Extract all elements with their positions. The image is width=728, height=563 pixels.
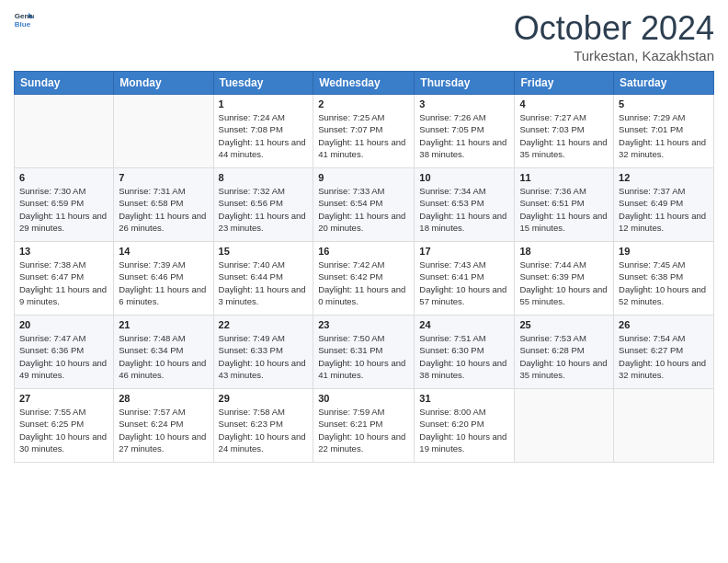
day-number: 18 <box>519 246 609 257</box>
svg-text:General: General <box>15 12 34 20</box>
day-info: Sunrise: 7:30 AM Sunset: 6:59 PM Dayligh… <box>19 185 108 234</box>
table-row: 27Sunrise: 7:55 AM Sunset: 6:25 PM Dayli… <box>15 389 114 463</box>
table-row: 11Sunrise: 7:36 AM Sunset: 6:51 PM Dayli… <box>515 168 614 242</box>
table-row: 13Sunrise: 7:38 AM Sunset: 6:47 PM Dayli… <box>15 242 114 316</box>
day-number: 2 <box>318 98 409 109</box>
table-row: 14Sunrise: 7:39 AM Sunset: 6:46 PM Dayli… <box>114 242 213 316</box>
table-row: 29Sunrise: 7:58 AM Sunset: 6:23 PM Dayli… <box>213 389 313 463</box>
day-number: 7 <box>119 172 208 183</box>
calendar-header-row: Sunday Monday Tuesday Wednesday Thursday… <box>15 72 714 95</box>
table-row: 5Sunrise: 7:29 AM Sunset: 7:01 PM Daylig… <box>614 95 714 168</box>
day-number: 23 <box>318 319 409 330</box>
col-saturday: Saturday <box>614 72 714 95</box>
calendar-table: Sunday Monday Tuesday Wednesday Thursday… <box>14 71 714 463</box>
table-row: 4Sunrise: 7:27 AM Sunset: 7:03 PM Daylig… <box>515 95 614 168</box>
table-row: 23Sunrise: 7:50 AM Sunset: 6:31 PM Dayli… <box>313 316 415 389</box>
day-number: 28 <box>119 393 208 404</box>
day-info: Sunrise: 7:49 AM Sunset: 6:33 PM Dayligh… <box>219 332 309 381</box>
day-number: 4 <box>519 98 609 109</box>
table-row: 16Sunrise: 7:42 AM Sunset: 6:42 PM Dayli… <box>313 242 415 316</box>
day-info: Sunrise: 8:00 AM Sunset: 6:20 PM Dayligh… <box>419 406 509 454</box>
day-number: 12 <box>619 172 709 183</box>
day-info: Sunrise: 7:44 AM Sunset: 6:39 PM Dayligh… <box>519 259 609 307</box>
table-row: 19Sunrise: 7:45 AM Sunset: 6:38 PM Dayli… <box>614 242 714 316</box>
col-wednesday: Wednesday <box>313 72 415 95</box>
day-info: Sunrise: 7:36 AM Sunset: 6:51 PM Dayligh… <box>519 185 609 234</box>
day-number: 13 <box>19 246 108 257</box>
day-number: 9 <box>318 172 409 183</box>
day-info: Sunrise: 7:29 AM Sunset: 7:01 PM Dayligh… <box>619 111 709 160</box>
day-number: 1 <box>219 98 309 109</box>
table-row: 24Sunrise: 7:51 AM Sunset: 6:30 PM Dayli… <box>415 316 515 389</box>
day-info: Sunrise: 7:42 AM Sunset: 6:42 PM Dayligh… <box>318 259 409 307</box>
day-number: 17 <box>419 246 509 257</box>
day-number: 20 <box>19 319 108 330</box>
title-section: October 2024 Turkestan, Kazakhstan <box>514 9 714 63</box>
table-row: 25Sunrise: 7:53 AM Sunset: 6:28 PM Dayli… <box>515 316 614 389</box>
table-row: 6Sunrise: 7:30 AM Sunset: 6:59 PM Daylig… <box>15 168 114 242</box>
day-number: 10 <box>419 172 509 183</box>
day-info: Sunrise: 7:34 AM Sunset: 6:53 PM Dayligh… <box>419 185 509 234</box>
day-info: Sunrise: 7:33 AM Sunset: 6:54 PM Dayligh… <box>318 185 409 234</box>
day-number: 26 <box>619 319 709 330</box>
day-number: 24 <box>419 319 509 330</box>
day-number: 14 <box>119 246 208 257</box>
day-info: Sunrise: 7:24 AM Sunset: 7:08 PM Dayligh… <box>219 111 309 160</box>
day-info: Sunrise: 7:53 AM Sunset: 6:28 PM Dayligh… <box>519 332 609 381</box>
day-number: 22 <box>219 319 309 330</box>
day-info: Sunrise: 7:50 AM Sunset: 6:31 PM Dayligh… <box>318 332 409 381</box>
table-row: 9Sunrise: 7:33 AM Sunset: 6:54 PM Daylig… <box>313 168 415 242</box>
day-info: Sunrise: 7:25 AM Sunset: 7:07 PM Dayligh… <box>318 111 409 160</box>
table-row: 21Sunrise: 7:48 AM Sunset: 6:34 PM Dayli… <box>114 316 213 389</box>
day-number: 25 <box>519 319 609 330</box>
table-row: 10Sunrise: 7:34 AM Sunset: 6:53 PM Dayli… <box>415 168 515 242</box>
table-row: 28Sunrise: 7:57 AM Sunset: 6:24 PM Dayli… <box>114 389 213 463</box>
col-tuesday: Tuesday <box>213 72 313 95</box>
day-number: 31 <box>419 393 509 404</box>
day-info: Sunrise: 7:58 AM Sunset: 6:23 PM Dayligh… <box>219 406 309 454</box>
table-row <box>515 389 614 463</box>
day-info: Sunrise: 7:55 AM Sunset: 6:25 PM Dayligh… <box>19 406 108 454</box>
table-row: 2Sunrise: 7:25 AM Sunset: 7:07 PM Daylig… <box>313 95 415 168</box>
day-info: Sunrise: 7:43 AM Sunset: 6:41 PM Dayligh… <box>419 259 509 307</box>
day-info: Sunrise: 7:31 AM Sunset: 6:58 PM Dayligh… <box>119 185 208 234</box>
day-info: Sunrise: 7:37 AM Sunset: 6:49 PM Dayligh… <box>619 185 709 234</box>
table-row: 7Sunrise: 7:31 AM Sunset: 6:58 PM Daylig… <box>114 168 213 242</box>
day-info: Sunrise: 7:51 AM Sunset: 6:30 PM Dayligh… <box>419 332 509 381</box>
table-row: 15Sunrise: 7:40 AM Sunset: 6:44 PM Dayli… <box>213 242 313 316</box>
day-info: Sunrise: 7:26 AM Sunset: 7:05 PM Dayligh… <box>419 111 509 160</box>
table-row: 18Sunrise: 7:44 AM Sunset: 6:39 PM Dayli… <box>515 242 614 316</box>
table-row: 22Sunrise: 7:49 AM Sunset: 6:33 PM Dayli… <box>213 316 313 389</box>
day-info: Sunrise: 7:27 AM Sunset: 7:03 PM Dayligh… <box>519 111 609 160</box>
day-number: 5 <box>619 98 709 109</box>
table-row: 31Sunrise: 8:00 AM Sunset: 6:20 PM Dayli… <box>415 389 515 463</box>
table-row: 20Sunrise: 7:47 AM Sunset: 6:36 PM Dayli… <box>15 316 114 389</box>
day-info: Sunrise: 7:54 AM Sunset: 6:27 PM Dayligh… <box>619 332 709 381</box>
col-monday: Monday <box>114 72 213 95</box>
day-number: 3 <box>419 98 509 109</box>
day-number: 30 <box>318 393 409 404</box>
day-info: Sunrise: 7:57 AM Sunset: 6:24 PM Dayligh… <box>119 406 208 454</box>
calendar-week-row: 6Sunrise: 7:30 AM Sunset: 6:59 PM Daylig… <box>15 168 714 242</box>
day-info: Sunrise: 7:39 AM Sunset: 6:46 PM Dayligh… <box>119 259 208 307</box>
table-row: 12Sunrise: 7:37 AM Sunset: 6:49 PM Dayli… <box>614 168 714 242</box>
table-row: 3Sunrise: 7:26 AM Sunset: 7:05 PM Daylig… <box>415 95 515 168</box>
table-row <box>15 95 114 168</box>
table-row <box>114 95 213 168</box>
table-row: 26Sunrise: 7:54 AM Sunset: 6:27 PM Dayli… <box>614 316 714 389</box>
month-title: October 2024 <box>514 9 714 48</box>
col-friday: Friday <box>515 72 614 95</box>
logo: General Blue <box>14 9 34 29</box>
day-info: Sunrise: 7:38 AM Sunset: 6:47 PM Dayligh… <box>19 259 108 307</box>
table-row: 30Sunrise: 7:59 AM Sunset: 6:21 PM Dayli… <box>313 389 415 463</box>
day-info: Sunrise: 7:45 AM Sunset: 6:38 PM Dayligh… <box>619 259 709 307</box>
svg-text:Blue: Blue <box>15 20 31 29</box>
day-number: 29 <box>219 393 309 404</box>
day-info: Sunrise: 7:40 AM Sunset: 6:44 PM Dayligh… <box>219 259 309 307</box>
day-number: 8 <box>219 172 309 183</box>
table-row <box>614 389 714 463</box>
page-header: General Blue October 2024 Turkestan, Kaz… <box>14 9 714 63</box>
day-info: Sunrise: 7:48 AM Sunset: 6:34 PM Dayligh… <box>119 332 208 381</box>
calendar-week-row: 27Sunrise: 7:55 AM Sunset: 6:25 PM Dayli… <box>15 389 714 463</box>
calendar-week-row: 20Sunrise: 7:47 AM Sunset: 6:36 PM Dayli… <box>15 316 714 389</box>
